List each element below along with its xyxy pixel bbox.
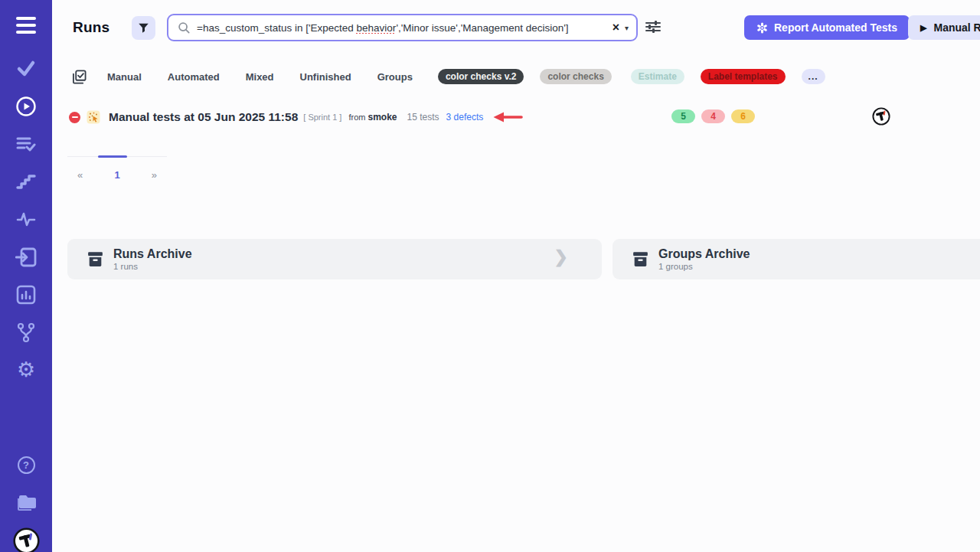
run-from: from smoke — [348, 112, 397, 122]
import-icon — [15, 247, 37, 267]
passed-badge[interactable]: 5 — [671, 109, 695, 123]
sidebar-item-pulse[interactable] — [0, 210, 52, 228]
assignee-avatar[interactable] — [872, 107, 890, 126]
more-tags-button[interactable]: ... — [802, 69, 825, 84]
sidebar-item-milestones[interactable] — [0, 172, 52, 191]
tab-mixed[interactable]: Mixed — [246, 71, 274, 83]
manual-button-label: Manual R — [933, 21, 980, 34]
list-check-icon — [16, 136, 36, 152]
current-page-indicator — [98, 155, 127, 158]
sidebar-item-branches[interactable] — [0, 322, 52, 343]
menu-icon[interactable] — [0, 14, 52, 37]
blocked-status-icon — [69, 112, 80, 123]
misspelled-word: behavior — [357, 22, 397, 34]
search-query-text: =has_custom_status in ['Expected behavio… — [197, 22, 606, 34]
sliders-icon — [645, 18, 662, 35]
clear-search-icon[interactable]: × — [612, 21, 619, 34]
steps-icon — [16, 173, 36, 190]
tab-manual[interactable]: Manual — [107, 71, 142, 83]
sidebar-item-import[interactable] — [0, 247, 52, 268]
help-icon: ? — [18, 456, 35, 474]
filter-button[interactable] — [132, 16, 155, 40]
run-sprint-label: [ Sprint 1 ] — [303, 113, 341, 122]
runs-archive-card[interactable]: Runs Archive 1 runs ❯ — [67, 239, 602, 279]
archive-box-icon — [86, 250, 105, 269]
select-all-icon[interactable] — [72, 70, 87, 84]
gear-icon: ⚙ — [17, 360, 35, 381]
skipped-badge[interactable]: 6 — [731, 109, 755, 123]
app-screen: ⚙ ? Runs =has_custom_status in ['Expecte… — [0, 0, 980, 552]
folders-icon — [15, 492, 37, 512]
pulse-icon — [16, 211, 36, 227]
spark-icon — [756, 22, 768, 34]
search-icon — [178, 21, 190, 34]
groups-archive-card[interactable]: Groups Archive 1 groups — [612, 239, 980, 279]
report-automated-tests-button[interactable]: Report Automated Tests — [744, 15, 910, 40]
app-logo[interactable] — [0, 527, 52, 552]
filter-tabs-row: Manual Automated Mixed Unfinished Groups… — [72, 69, 841, 84]
sidebar-item-testplans[interactable] — [0, 135, 52, 153]
check-icon — [16, 59, 36, 77]
card-subtitle: 1 groups — [658, 262, 750, 271]
pagination: « 1 » — [67, 156, 167, 181]
card-texts: Runs Archive 1 runs — [113, 247, 192, 272]
run-status-badges: 5 4 6 — [671, 109, 755, 123]
run-from-value: smoke — [368, 112, 397, 122]
run-defects-link[interactable]: 3 defects — [446, 112, 484, 122]
tag-label-templates[interactable]: Label templates — [701, 69, 786, 84]
search-settings-button[interactable] — [645, 18, 662, 38]
branch-icon — [16, 322, 36, 343]
run-title[interactable]: Manual tests at 05 Jun 2025 11:58 — [109, 110, 298, 124]
failed-badge[interactable]: 4 — [701, 109, 725, 123]
tab-automated[interactable]: Automated — [168, 71, 220, 83]
page-title: Runs — [73, 19, 109, 36]
tag-estimate[interactable]: Estimate — [631, 69, 684, 84]
bar-chart-icon — [16, 285, 36, 305]
run-row-main[interactable]: Manual tests at 05 Jun 2025 11:58 [ Spri… — [69, 106, 523, 129]
filter-funnel-icon — [138, 22, 149, 34]
manual-run-button[interactable]: ▶ Manual R — [908, 15, 980, 40]
archive-cards: Runs Archive 1 runs ❯ Groups Archive 1 g… — [67, 239, 980, 279]
search-dropdown-icon[interactable]: ▾ — [625, 24, 629, 32]
tab-unfinished[interactable]: Unfinished — [300, 71, 351, 83]
prev-page-button[interactable]: « — [77, 169, 83, 181]
run-row: Manual tests at 05 Jun 2025 11:58 [ Spri… — [0, 106, 980, 129]
sidebar-item-help[interactable]: ? — [0, 456, 52, 474]
run-emoji-icon — [87, 110, 100, 124]
next-page-button[interactable]: » — [152, 169, 157, 181]
play-icon: ▶ — [920, 23, 926, 33]
search-input[interactable]: =has_custom_status in ['Expected behavio… — [167, 14, 638, 41]
sidebar-item-tests[interactable] — [0, 58, 52, 78]
card-texts: Groups Archive 1 groups — [658, 247, 750, 272]
card-subtitle: 1 runs — [113, 262, 192, 271]
sidebar-item-settings[interactable]: ⚙ — [0, 358, 52, 381]
archive-box-icon — [631, 250, 650, 269]
report-button-label: Report Automated Tests — [774, 21, 897, 34]
card-title: Runs Archive — [113, 247, 192, 261]
sidebar-item-runs[interactable] — [0, 96, 52, 117]
tab-groups[interactable]: Groups — [377, 71, 413, 83]
play-circle-icon — [15, 96, 37, 117]
red-arrow-annotation — [492, 111, 523, 123]
sidebar-item-analytics[interactable] — [0, 284, 52, 305]
card-title: Groups Archive — [658, 247, 750, 261]
sidebar-item-projects[interactable] — [0, 492, 52, 513]
tag-color-checks[interactable]: color checks — [540, 69, 611, 84]
page-1-button[interactable]: 1 — [114, 169, 119, 181]
tag-color-checks-v2[interactable]: color checks v.2 — [438, 69, 524, 84]
chevron-right-icon[interactable]: ❯ — [554, 247, 568, 267]
sidebar: ⚙ ? — [0, 0, 52, 552]
run-tests-count: 15 tests — [407, 112, 439, 122]
